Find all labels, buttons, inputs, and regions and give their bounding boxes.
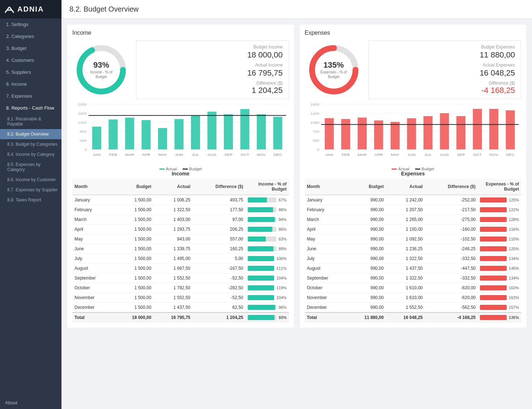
expenses-diff-label: Difference ($) [375, 81, 515, 86]
svg-text:MAR: MAR [125, 153, 134, 157]
svg-rect-64 [390, 122, 399, 149]
sidebar-item-suppliers[interactable]: 5. Suppliers [0, 66, 61, 78]
cell-budget: 1 500,00 [115, 215, 154, 225]
expenses-budget-label: Budget Expenses [375, 44, 515, 50]
cell-budget: 990,00 [347, 225, 386, 234]
cell-pct: 67% [246, 195, 289, 205]
table-row: October 1 500,00 1 782,50 -282,50 119% [72, 283, 289, 293]
table-row: September 990,00 1 322,50 -332,50 134% [305, 273, 522, 283]
cell-month: March [305, 215, 347, 225]
sidebar-sub-expenses-supplier[interactable]: 8.7. Expenses by Supplier [0, 185, 61, 195]
svg-text:SEP: SEP [224, 153, 233, 157]
sidebar-item-customers[interactable]: 4. Customers [0, 54, 61, 66]
cell-month: December [305, 303, 347, 313]
sidebar-sub-taxes[interactable]: 8.8. Taxes Report [0, 195, 61, 205]
cell-total-budget: 18 000,00 [115, 312, 154, 323]
sidebar-sub-budget-overview[interactable]: 8.2. Budget Overview [0, 129, 61, 139]
svg-text:MAR: MAR [357, 153, 366, 157]
exp-col-diff-h: Difference ($) [425, 179, 478, 195]
sidebar-item-settings[interactable]: 1. Settings [0, 18, 61, 30]
svg-text:APR: APR [142, 153, 150, 157]
cell-actual: 1 322,50 [386, 254, 425, 264]
cell-pct: 100% [246, 254, 289, 264]
table-row: April 1 500,00 1 293,75 206,25 86% [72, 225, 289, 234]
expenses-donut: 135% Expenses - % of Budget [305, 41, 363, 99]
expenses-bar-chart: 1800144010807203600JANFEBMARAPRMAYJUNJUL… [305, 103, 522, 168]
table-row: November 990,00 1 610,00 -620,00 163% [305, 293, 522, 303]
cell-total-month: Total [72, 312, 115, 323]
table-total-row: Total 11 880,00 16 048,25 -4 168,25 135% [305, 312, 522, 323]
svg-rect-68 [423, 116, 432, 149]
cell-actual: 1 782,50 [153, 283, 192, 293]
sidebar-item-budget[interactable]: 3. Budget [0, 42, 61, 54]
svg-text:NOV: NOV [257, 153, 266, 157]
income-section: Income 93% Income - % of Budget Budget I… [67, 25, 294, 328]
cell-budget: 1 500,00 [115, 303, 154, 313]
cell-total-diff: -4 168,25 [425, 312, 478, 323]
cell-diff: -160,00 [425, 225, 478, 234]
table-row: August 990,00 1 437,50 -447,50 145% [305, 264, 522, 273]
cell-pct: 122% [478, 205, 521, 215]
cell-pct: 145% [478, 264, 521, 273]
cell-budget: 990,00 [347, 303, 386, 313]
cell-month: July [72, 254, 115, 264]
sidebar-item-reports[interactable]: 8. Reports - Cash Flow [0, 102, 61, 114]
svg-text:720: 720 [312, 130, 319, 133]
cell-pct: 104% [246, 273, 289, 283]
cell-actual: 1 552,50 [153, 293, 192, 303]
sidebar-sub-expenses-category[interactable]: 8.5. Expenses by Category [0, 159, 61, 175]
sidebar-item-expenses[interactable]: 7. Expenses [0, 90, 61, 102]
cell-actual: 1 667,50 [153, 264, 192, 273]
cell-month: January [305, 195, 347, 205]
sidebar-sub-receivable[interactable]: 8.1. Receivable & Payable [0, 114, 61, 129]
cell-actual: 1 403,00 [153, 215, 192, 225]
cell-actual: 1 150,00 [386, 225, 425, 234]
col-actual-h: Actual [153, 179, 192, 195]
svg-text:FEB: FEB [109, 153, 117, 157]
cell-diff: 493,75 [192, 195, 245, 205]
cell-diff: -620,00 [425, 283, 478, 293]
svg-rect-23 [141, 120, 150, 149]
svg-rect-70 [440, 113, 449, 149]
cell-budget: 1 500,00 [115, 273, 154, 283]
cell-pct: 111% [246, 264, 289, 273]
svg-text:DEC: DEC [273, 153, 282, 157]
cell-month: October [72, 283, 115, 293]
cell-diff: -282,50 [192, 283, 245, 293]
cell-pct: 63% [246, 234, 289, 244]
income-budget-value: 18 000,00 [142, 50, 283, 60]
cell-month: December [72, 303, 115, 313]
sidebar-about[interactable]: About [0, 396, 61, 409]
cell-actual: 1 092,50 [386, 234, 425, 244]
cell-pct: 89% [246, 244, 289, 254]
cell-actual: 1 236,25 [386, 244, 425, 254]
sidebar-sub-income-customer[interactable]: 8.6. Income by Customer [0, 175, 61, 185]
cell-pct: 134% [478, 254, 521, 264]
sidebar-item-income[interactable]: 6. Income [0, 78, 61, 90]
sidebar-sub-budget-categories[interactable]: 8.3. Budget by Categories [0, 139, 61, 149]
cell-month: March [72, 215, 115, 225]
sidebar-item-categories[interactable]: 2. Categories [0, 30, 61, 42]
table-row: January 990,00 1 242,00 -252,00 125% [305, 195, 522, 205]
table-row: July 990,00 1 322,50 -332,50 134% [305, 254, 522, 264]
cell-diff: -246,25 [425, 244, 478, 254]
svg-text:1440: 1440 [310, 112, 319, 115]
table-row: June 1 500,00 1 339,75 160,25 89% [72, 244, 289, 254]
cell-pct: 96% [246, 303, 289, 313]
cell-pct: 116% [478, 225, 521, 234]
table-row: May 990,00 1 092,50 -102,50 110% [305, 234, 522, 244]
cell-diff: -167,50 [192, 264, 245, 273]
cell-budget: 990,00 [347, 273, 386, 283]
svg-rect-60 [357, 118, 366, 149]
svg-text:2000: 2000 [78, 103, 87, 106]
cell-total-pct: 135% [478, 312, 521, 323]
table-row: May 1 500,00 943,00 557,00 63% [72, 234, 289, 244]
sidebar-brand: ADNIA [0, 0, 61, 18]
cell-budget: 1 500,00 [115, 195, 154, 205]
table-row: December 1 500,00 1 437,50 62,50 96% [72, 303, 289, 313]
cell-budget: 990,00 [347, 234, 386, 244]
col-diff-h: Difference ($) [192, 179, 245, 195]
sidebar-sub-income-category[interactable]: 8.4. Income by Category [0, 149, 61, 159]
cell-month: August [305, 264, 347, 273]
svg-text:400: 400 [80, 139, 87, 142]
